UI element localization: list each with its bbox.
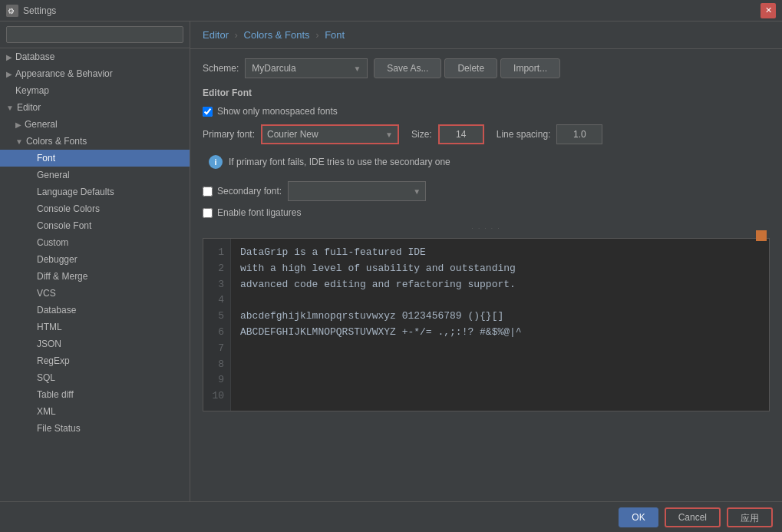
preview-corner-indicator	[756, 238, 767, 241]
delete-button[interactable]: Delete	[444, 58, 497, 78]
sidebar-item-editor[interactable]: ▼ Editor	[0, 99, 190, 116]
secondary-font-dropdown[interactable]: ▼	[288, 181, 426, 201]
sidebar-item-label: File Status	[37, 423, 183, 434]
info-row: i If primary font fails, IDE tries to us…	[203, 150, 770, 173]
sidebar-item-label: Colors & Fonts	[26, 136, 183, 147]
line-number: 5	[208, 309, 224, 325]
sidebar-item-sql[interactable]: ▶ SQL	[0, 369, 190, 386]
scheme-label: Scheme:	[203, 63, 239, 74]
sidebar-item-font[interactable]: ▶ Font	[0, 150, 190, 167]
ligatures-checkbox[interactable]	[203, 208, 213, 218]
sidebar-item-label: Custom	[37, 237, 183, 248]
primary-font-dropdown[interactable]: Courier New ▼	[261, 124, 399, 144]
preview-code: DataGrip is a full-featured IDE with a h…	[231, 239, 769, 411]
sidebar-item-label: Editor	[17, 102, 183, 113]
scheme-value: MyDarcula	[252, 63, 295, 74]
sidebar-item-database2[interactable]: ▶ Database	[0, 302, 190, 319]
primary-font-label: Primary font:	[203, 129, 255, 140]
sidebar-item-label: JSON	[37, 339, 183, 349]
monospaced-label: Show only monospaced fonts	[217, 106, 338, 117]
sidebar-item-regexp[interactable]: ▶ RegExp	[0, 352, 190, 369]
sidebar-item-custom[interactable]: ▶ Custom	[0, 234, 190, 251]
sidebar-item-label: Table diff	[37, 389, 183, 400]
resize-dots-icon: · · · · ·	[471, 225, 500, 232]
info-icon: i	[209, 155, 223, 169]
sidebar-item-appearance-behavior[interactable]: ▶ Appearance & Behavior	[0, 65, 190, 82]
sidebar-item-language-defaults[interactable]: ▶ Language Defaults	[0, 183, 190, 200]
breadcrumb: Editor › Colors & Fonts › Font	[190, 21, 782, 49]
preview-area: 1 2 3 4 5 6 7 8 9 10 DataGrip is a full-…	[203, 238, 770, 411]
sidebar-item-label: Debugger	[37, 254, 183, 265]
search-input[interactable]	[6, 26, 183, 43]
size-input[interactable]	[438, 124, 484, 144]
secondary-font-checkbox[interactable]	[203, 187, 213, 197]
app-icon: ⚙	[6, 5, 18, 17]
main-container: ▶ Database ▶ Appearance & Behavior ▶ Key…	[0, 21, 782, 501]
sidebar-item-colors-fonts[interactable]: ▼ Colors & Fonts	[0, 133, 190, 150]
line-number: 10	[208, 388, 224, 405]
secondary-font-row: Secondary font: ▼	[203, 181, 770, 201]
content-body: Scheme: MyDarcula ▼ Save As... Delete Im…	[190, 49, 782, 501]
sidebar-item-console-font[interactable]: ▶ Console Font	[0, 217, 190, 234]
sidebar-item-vcs[interactable]: ▶ VCS	[0, 285, 190, 302]
sidebar-item-diff-merge[interactable]: ▶ Diff & Merge	[0, 268, 190, 285]
sidebar-item-label: Language Defaults	[37, 187, 183, 197]
separator-icon: ›	[315, 29, 318, 41]
arrow-icon: ▶	[6, 53, 12, 61]
import-button[interactable]: Import...	[500, 58, 560, 78]
line-number: 6	[208, 325, 224, 341]
cancel-button[interactable]: Cancel	[665, 507, 721, 527]
monospaced-checkbox-row: Show only monospaced fonts	[203, 106, 770, 117]
sidebar-item-json[interactable]: ▶ JSON	[0, 335, 190, 352]
chevron-down-icon: ▼	[353, 64, 361, 73]
sidebar-item-label: Diff & Merge	[37, 271, 183, 282]
arrow-icon: ▶	[15, 121, 21, 129]
breadcrumb-colors-fonts: Colors & Fonts	[244, 29, 310, 41]
sidebar-item-general2[interactable]: ▶ General	[0, 167, 190, 183]
sidebar-item-label: Database	[15, 51, 183, 62]
size-label: Size:	[411, 129, 432, 140]
sidebar-item-html[interactable]: ▶ HTML	[0, 319, 190, 335]
ok-button[interactable]: OK	[619, 507, 658, 527]
sidebar-item-file-status[interactable]: ▶ File Status	[0, 420, 190, 437]
line-number: 8	[208, 357, 224, 373]
sidebar: ▶ Database ▶ Appearance & Behavior ▶ Key…	[0, 21, 190, 501]
sidebar-item-console-colors[interactable]: ▶ Console Colors	[0, 200, 190, 217]
save-as-button[interactable]: Save As...	[374, 58, 441, 78]
sidebar-item-database[interactable]: ▶ Database	[0, 48, 190, 65]
chevron-down-icon: ▼	[413, 187, 421, 196]
apply-button[interactable]: 应用	[727, 507, 773, 527]
line-number: 2	[208, 261, 224, 277]
secondary-font-label: Secondary font:	[217, 186, 282, 197]
close-button[interactable]: ✕	[761, 3, 776, 18]
bottom-bar: OK Cancel 应用	[0, 501, 782, 532]
monospaced-checkbox[interactable]	[203, 107, 213, 117]
sidebar-item-general[interactable]: ▶ General	[0, 116, 190, 133]
line-spacing-input[interactable]	[556, 124, 602, 144]
preview-line-numbers: 1 2 3 4 5 6 7 8 9 10	[203, 239, 231, 411]
sidebar-item-table-diff[interactable]: ▶ Table diff	[0, 386, 190, 403]
editor-font-title: Editor Font	[203, 88, 770, 98]
line-number: 1	[208, 245, 224, 261]
resize-handle[interactable]: · · · · ·	[203, 226, 770, 230]
sidebar-item-label: HTML	[37, 322, 183, 332]
sidebar-item-label: Keymap	[15, 85, 183, 96]
line-number: 4	[208, 292, 224, 309]
sidebar-item-label: Console Font	[37, 220, 183, 231]
line-number: 7	[208, 341, 224, 357]
sidebar-item-label: General	[37, 170, 183, 180]
breadcrumb-editor: Editor	[203, 29, 229, 41]
preview-container: · · · · · 1 2 3 4 5 6 7 8 9 1	[203, 226, 770, 411]
sidebar-item-label: SQL	[37, 372, 183, 383]
window-title: Settings	[23, 5, 56, 16]
sidebar-item-debugger[interactable]: ▶ Debugger	[0, 251, 190, 268]
line-number: 9	[208, 372, 224, 388]
sidebar-item-keymap[interactable]: ▶ Keymap	[0, 82, 190, 99]
sidebar-item-xml[interactable]: ▶ XML	[0, 403, 190, 420]
sidebar-item-label: Database	[37, 305, 183, 316]
breadcrumb-font: Font	[325, 29, 345, 41]
sidebar-item-label: RegExp	[37, 355, 183, 366]
primary-font-value: Courier New	[267, 129, 318, 140]
scheme-dropdown[interactable]: MyDarcula ▼	[245, 58, 368, 78]
ligatures-label: Enable font ligatures	[217, 207, 301, 218]
